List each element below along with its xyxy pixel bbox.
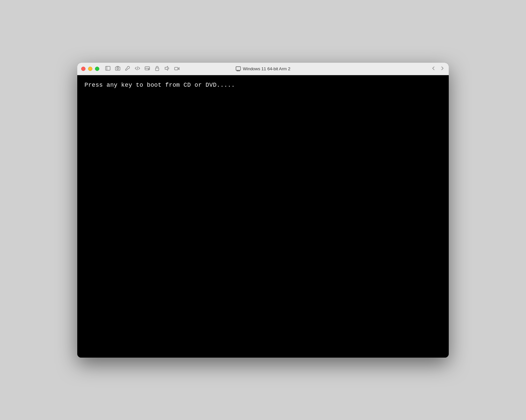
svg-rect-12 [236,67,241,70]
maximize-button[interactable] [95,67,99,71]
svg-point-7 [148,69,149,70]
svg-point-3 [117,68,119,69]
camera-icon[interactable] [174,66,179,72]
traffic-lights [81,67,99,71]
wrench-icon[interactable] [125,66,130,72]
vm-title-icon [236,66,241,71]
titlebar: Windows 11 64-bit Arm 2 [77,63,449,75]
vm-window: Windows 11 64-bit Arm 2 Press any key to… [77,63,449,358]
vm-screen[interactable]: Press any key to boot from CD or DVD....… [77,75,449,358]
nav-icons [431,66,445,72]
toolbar-icons [105,66,179,72]
back-button[interactable] [431,66,436,72]
window-title-text: Windows 11 64-bit Arm 2 [243,66,291,71]
snapshot-icon[interactable] [115,66,120,72]
close-button[interactable] [81,67,85,71]
audio-icon[interactable] [164,66,170,72]
forward-button[interactable] [440,66,445,72]
minimize-button[interactable] [88,67,92,71]
storage-icon[interactable] [145,66,150,72]
svg-marker-9 [165,66,168,70]
boot-message: Press any key to boot from CD or DVD....… [84,82,235,88]
code-icon[interactable] [135,66,140,72]
svg-line-4 [137,66,138,70]
svg-rect-10 [175,67,178,70]
lock-icon[interactable] [155,66,160,72]
svg-rect-2 [115,67,120,70]
svg-rect-8 [155,68,159,71]
window-title: Windows 11 64-bit Arm 2 [236,66,291,71]
sidebar-toggle-icon[interactable] [105,66,110,72]
svg-rect-0 [106,66,110,70]
